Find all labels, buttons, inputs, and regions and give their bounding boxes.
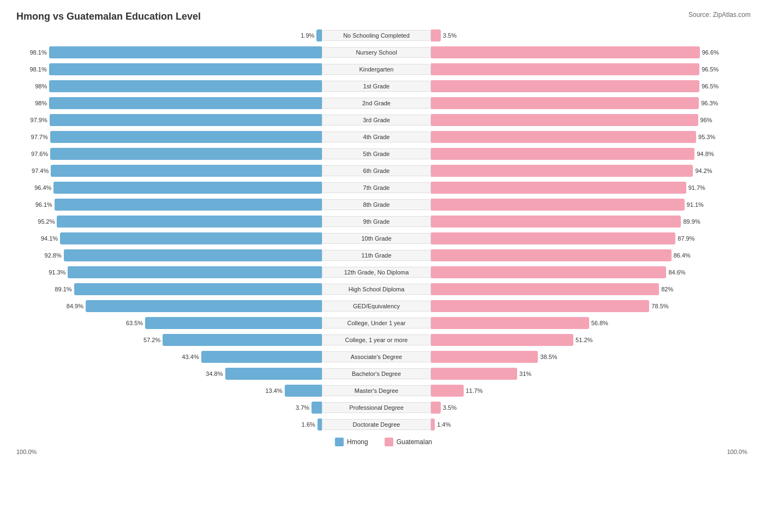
right-bar	[431, 63, 699, 75]
chart-row: 98% 2nd Grade 96.3%	[16, 95, 751, 111]
left-bar	[49, 63, 322, 75]
left-bar	[225, 368, 322, 380]
left-bar	[50, 131, 322, 143]
left-bar	[50, 148, 322, 160]
right-bar	[431, 97, 699, 109]
right-bar-wrapper: 91.1%	[431, 199, 736, 211]
chart-row: 1.6% Doctorate Degree 1.4%	[16, 417, 751, 432]
bar-label: College, Under 1 year	[322, 318, 431, 328]
right-bar	[431, 368, 517, 380]
right-value: 94.2%	[695, 168, 716, 174]
right-bar-wrapper: 87.9%	[431, 232, 736, 244]
left-value: 98.1%	[26, 66, 47, 73]
right-value: 3.5%	[443, 404, 464, 411]
right-value: 96.6%	[702, 49, 723, 56]
bar-label: GED/Equivalency	[322, 301, 431, 312]
right-value: 96%	[700, 117, 721, 123]
right-bar-wrapper: 96.3%	[431, 97, 736, 109]
left-bar-wrapper: 97.7%	[16, 131, 322, 143]
left-value: 98%	[26, 100, 47, 106]
right-bar	[431, 402, 441, 414]
right-value: 11.7%	[466, 387, 487, 394]
right-value: 82%	[661, 286, 682, 292]
right-value: 87.9%	[678, 235, 698, 242]
chart-row: 63.5% College, Under 1 year 56.8%	[16, 315, 751, 331]
right-bar	[431, 165, 693, 177]
left-bar	[163, 334, 322, 346]
right-bar-wrapper: 38.5%	[431, 351, 736, 363]
left-value: 63.5%	[122, 320, 143, 326]
right-bar-wrapper: 96.5%	[431, 63, 736, 75]
left-value: 98%	[26, 83, 47, 89]
left-bar-wrapper: 97.6%	[16, 148, 322, 160]
right-bar-wrapper: 31%	[431, 368, 736, 380]
left-value: 13.4%	[262, 387, 283, 394]
right-bar-wrapper: 95.3%	[431, 131, 736, 143]
left-bar	[311, 402, 322, 414]
bar-label: Doctorate Degree	[322, 419, 431, 430]
right-bar	[431, 131, 696, 143]
left-value: 1.6%	[295, 421, 315, 428]
left-value: 84.9%	[63, 303, 83, 309]
left-value: 96.1%	[32, 201, 52, 208]
right-bar	[431, 182, 686, 194]
right-bar-wrapper: 96.6%	[431, 46, 736, 58]
right-value: 31%	[519, 370, 540, 377]
right-value: 94.8%	[697, 151, 717, 157]
right-value: 56.8%	[591, 320, 612, 326]
left-bar-wrapper: 98%	[16, 97, 322, 109]
right-bar-wrapper: 51.2%	[431, 334, 736, 346]
legend-guatemalan: Guatemalan	[385, 438, 432, 446]
left-bar	[86, 300, 322, 312]
bar-label: 5th Grade	[322, 148, 431, 159]
left-bar-wrapper: 1.9%	[16, 29, 322, 41]
right-bar	[431, 317, 589, 329]
left-bar	[317, 419, 322, 431]
chart-row: 98% 1st Grade 96.5%	[16, 79, 751, 94]
left-bar-wrapper: 91.3%	[16, 266, 322, 278]
right-bar	[431, 148, 694, 160]
right-bar-wrapper: 89.9%	[431, 216, 736, 228]
left-bar	[285, 385, 322, 397]
left-bar-wrapper: 3.7%	[16, 402, 322, 414]
left-bar-wrapper: 84.9%	[16, 300, 322, 312]
right-value: 96.5%	[702, 83, 722, 89]
left-value: 34.8%	[202, 370, 223, 377]
right-bar-wrapper: 3.5%	[431, 29, 736, 41]
right-value: 1.4%	[437, 421, 458, 428]
chart-row: 84.9% GED/Equivalency 78.5%	[16, 298, 751, 314]
chart-row: 98.1% Kindergarten 96.5%	[16, 62, 751, 77]
left-bar-wrapper: 95.2%	[16, 216, 322, 228]
chart-row: 43.4% Associate's Degree 38.5%	[16, 349, 751, 364]
chart-row: 97.6% 5th Grade 94.8%	[16, 146, 751, 162]
legend-guatemalan-box	[385, 438, 393, 446]
right-bar	[431, 216, 681, 228]
left-bar	[68, 266, 322, 278]
legend: Hmong Guatemalan	[16, 438, 751, 446]
left-bar	[50, 114, 322, 126]
right-value: 96.3%	[701, 100, 722, 106]
left-bar	[201, 351, 322, 363]
bar-label: Kindergarten	[322, 64, 431, 75]
left-value: 57.2%	[140, 337, 160, 343]
bar-label: Professional Degree	[322, 402, 431, 413]
chart-title: Hmong vs Guatemalan Education Level	[16, 11, 751, 22]
right-bar-wrapper: 84.6%	[431, 266, 736, 278]
bottom-left-label: 100.0%	[16, 449, 37, 455]
right-bar-wrapper: 1.4%	[431, 419, 736, 431]
right-bar	[431, 334, 573, 346]
chart-row: 89.1% High School Diploma 82%	[16, 282, 751, 297]
left-value: 96.4%	[31, 184, 51, 191]
right-bar-wrapper: 56.8%	[431, 317, 736, 329]
right-bar-wrapper: 78.5%	[431, 300, 736, 312]
right-bar-wrapper: 94.8%	[431, 148, 736, 160]
bar-label: Bachelor's Degree	[322, 368, 431, 379]
bar-label: 12th Grade, No Diploma	[322, 267, 431, 278]
left-bar	[51, 165, 322, 177]
legend-hmong-label: Hmong	[347, 438, 368, 446]
bar-label: 9th Grade	[322, 216, 431, 227]
left-bar	[57, 216, 322, 228]
right-value: 91.7%	[688, 184, 709, 191]
chart-row: 97.7% 4th Grade 95.3%	[16, 129, 751, 145]
bar-label: Master's Degree	[322, 385, 431, 396]
